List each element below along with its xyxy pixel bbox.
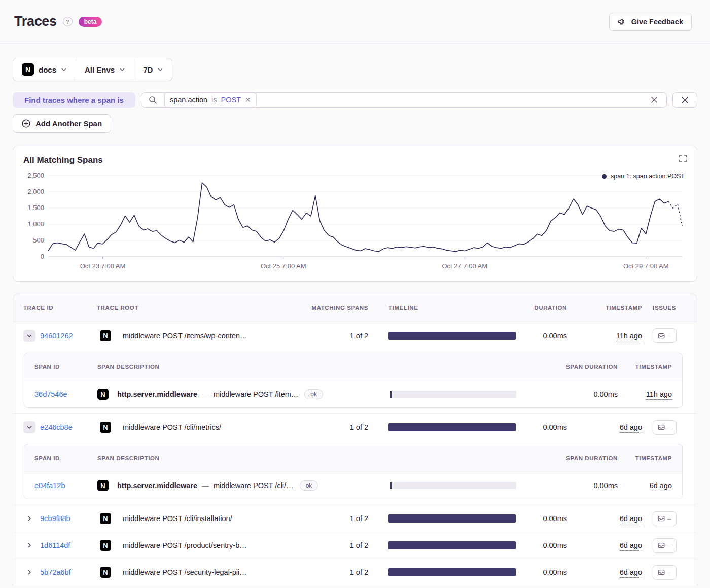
timestamp-link[interactable]: 6d ago	[620, 568, 642, 578]
trace-id-link[interactable]: e246cb8e	[40, 423, 73, 431]
nextjs-project-icon: N	[100, 540, 111, 551]
span-search-input[interactable]: span.action is POST ✕	[141, 92, 667, 108]
duration-value: 0.00ms	[516, 541, 567, 549]
token-value: POST	[221, 96, 241, 104]
timestamp-link[interactable]: 6d ago	[620, 541, 642, 551]
issues-button[interactable]: –	[653, 565, 677, 580]
nextjs-project-icon: N	[100, 567, 111, 578]
trace-id-link[interactable]: 9cb9f88b	[40, 514, 70, 523]
fullscreen-icon	[679, 155, 687, 162]
issues-button[interactable]: –	[653, 420, 677, 435]
expand-toggle[interactable]	[23, 421, 36, 433]
span-timeline-tick	[390, 391, 392, 398]
timeline-bar	[388, 568, 516, 576]
svg-text:Oct 29 7:00 AM: Oct 29 7:00 AM	[623, 262, 669, 270]
search-icon	[149, 96, 157, 105]
table-row[interactable]: e246cb8e N middleware POST /cli/metrics/…	[13, 413, 697, 440]
col-span-id: SPAN ID	[34, 455, 97, 461]
span-status-badge: ok	[304, 389, 323, 399]
project-filter[interactable]: N docs	[13, 58, 76, 81]
give-feedback-button[interactable]: Give Feedback	[609, 13, 692, 31]
help-icon[interactable]: ?	[63, 17, 73, 26]
separator: —	[202, 390, 209, 398]
issues-icon	[658, 424, 665, 431]
svg-text:1,000: 1,000	[27, 220, 44, 228]
issues-count: –	[667, 542, 671, 549]
separator: —	[202, 481, 209, 490]
chevron-icon	[26, 424, 32, 430]
trace-id-link[interactable]: 94601262	[40, 332, 73, 340]
col-matching-spans: MATCHING SPANS	[307, 305, 368, 311]
trace-id-link[interactable]: 5b72a6bf	[40, 568, 70, 576]
span-timestamp-link[interactable]: 6d ago	[650, 481, 672, 491]
issues-button[interactable]: –	[653, 511, 677, 526]
span-query-row: Find traces where a span is span.action …	[13, 92, 697, 108]
span-timeline-track	[390, 391, 516, 398]
issues-button[interactable]: –	[653, 538, 677, 553]
filter-token[interactable]: span.action is POST ✕	[164, 93, 257, 107]
trace-root-text: middleware POST /cli/installation/	[123, 514, 232, 523]
nextjs-project-icon: N	[100, 422, 111, 433]
chevron-icon	[26, 542, 32, 548]
table-row[interactable]: 5b72a6bf N middleware POST /security-leg…	[13, 559, 697, 585]
issues-icon	[658, 569, 665, 576]
nextjs-project-icon: N	[100, 513, 111, 524]
spans-line-chart: 05001,0001,5002,0002,500Oct 23 7:00 AMOc…	[13, 169, 697, 271]
date-range-filter[interactable]: 7D	[134, 58, 172, 81]
expand-toggle[interactable]	[23, 539, 36, 551]
chevron-icon	[26, 333, 32, 339]
chevron-down-icon	[157, 66, 163, 73]
table-row[interactable]: 94601262 N middleware POST /items/wp-con…	[13, 322, 697, 349]
timestamp-link[interactable]: 11h ago	[616, 332, 642, 341]
col-span-id: SPAN ID	[34, 364, 97, 370]
issues-count: –	[667, 424, 671, 431]
svg-text:1,500: 1,500	[27, 204, 44, 212]
environment-filter[interactable]: All Envs	[76, 58, 134, 81]
issues-count: –	[667, 332, 671, 339]
environment-filter-label: All Envs	[85, 65, 115, 74]
timeline-cell	[388, 568, 516, 576]
issues-count: –	[667, 515, 671, 523]
span-operation: http.server.middleware	[117, 481, 197, 490]
issues-button[interactable]: –	[653, 328, 677, 343]
remove-token-icon[interactable]: ✕	[245, 96, 251, 103]
page-header: Traces ? beta Give Feedback	[0, 0, 710, 44]
svg-text:2,000: 2,000	[27, 188, 44, 195]
expand-toggle[interactable]	[23, 566, 36, 578]
timestamp-link[interactable]: 6d ago	[620, 514, 642, 524]
span-duration-value: 0.00ms	[516, 390, 618, 398]
project-filter-label: docs	[39, 65, 56, 74]
timeline-bar	[388, 423, 516, 431]
issues-icon	[658, 515, 665, 522]
col-trace-id: TRACE ID	[23, 305, 97, 311]
expand-toggle[interactable]	[23, 330, 36, 342]
span-timestamp-link[interactable]: 11h ago	[646, 390, 672, 400]
issues-icon	[658, 332, 665, 339]
svg-text:Oct 27 7:00 AM: Oct 27 7:00 AM	[442, 262, 487, 270]
timeline-cell	[388, 332, 516, 340]
trace-id-link[interactable]: 1d6114df	[40, 541, 70, 549]
trace-root-text: middleware POST /security-legal-pii…	[123, 568, 247, 576]
table-row[interactable]: 1d6114df N middleware POST /product/sent…	[13, 532, 697, 559]
add-another-span-label: Add Another Span	[36, 119, 102, 128]
timeline-cell	[388, 423, 516, 431]
expand-toggle[interactable]	[23, 512, 36, 525]
table-row[interactable]: 9cb9f88b N middleware POST /cli/installa…	[13, 505, 697, 532]
trace-root-text: middleware POST /cli/metrics/	[123, 423, 221, 431]
col-span-duration: SPAN DURATION	[516, 455, 618, 461]
duration-value: 0.00ms	[516, 514, 567, 523]
span-id-link[interactable]: e04fa12b	[34, 481, 97, 490]
clear-search-icon[interactable]	[650, 96, 658, 104]
remove-span-row-button[interactable]	[672, 92, 697, 108]
issues-count: –	[667, 569, 671, 576]
span-row[interactable]: e04fa12b N http.server.middleware — midd…	[24, 472, 682, 499]
add-another-span-button[interactable]: Add Another Span	[13, 114, 111, 133]
legend-label: span 1: span.action:POST	[611, 172, 685, 180]
nextjs-project-icon: N	[22, 63, 34, 76]
expand-chart-button[interactable]	[677, 153, 689, 164]
span-id-link[interactable]: 36d7546e	[34, 390, 97, 398]
span-row[interactable]: 36d7546e N http.server.middleware — midd…	[24, 381, 682, 407]
svg-text:Oct 23 7:00 AM: Oct 23 7:00 AM	[80, 262, 126, 270]
timestamp-link[interactable]: 6d ago	[620, 423, 642, 433]
nextjs-project-icon: N	[100, 330, 111, 341]
